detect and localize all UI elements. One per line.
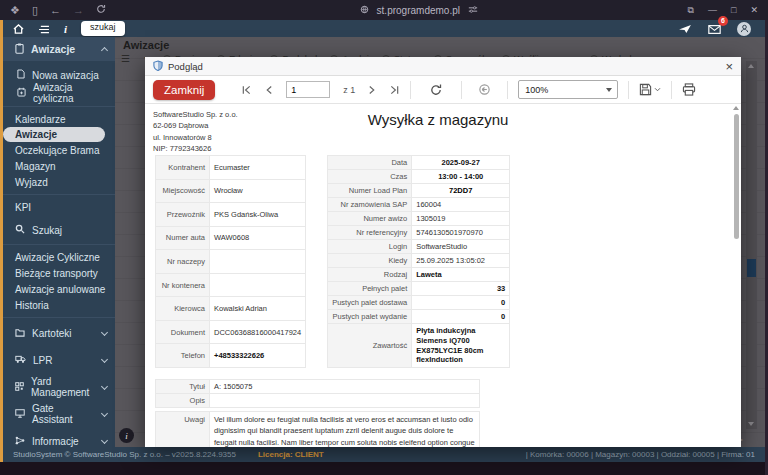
chevron-down-icon: [654, 87, 661, 92]
sidebar-divider: [3, 244, 115, 245]
search-button[interactable]: szukaj: [81, 21, 125, 36]
url-text[interactable]: st.programdemo.pl: [377, 5, 460, 16]
sidebar-item-yard-management[interactable]: Yard Management: [3, 376, 115, 398]
document-title: Wysyłka z magazynu: [153, 111, 723, 128]
document-preview: SoftwareStudio Sp. z o.o. 62-069 Dąbrowa…: [145, 104, 741, 447]
sidebar-item-magazyn[interactable]: Magazyn: [3, 158, 115, 174]
refresh-icon[interactable]: [429, 83, 443, 97]
table-row: Nr kontenera: [156, 273, 306, 297]
monitor-icon: [15, 409, 25, 420]
sidebar-item-kpi[interactable]: KPI: [3, 199, 115, 215]
page-number-input[interactable]: [286, 81, 330, 98]
sidebar-item-lpr[interactable]: LPR: [3, 349, 115, 371]
split-view-icon[interactable]: ⧉: [688, 5, 694, 16]
shield-icon: [153, 57, 163, 75]
scroll-down-icon[interactable]: [748, 422, 754, 426]
table-row: Nr referencyjny5746130501970970: [328, 226, 510, 240]
sidebar-item-awizacje-section[interactable]: Awizacje: [3, 37, 115, 61]
sidebar-item-gate-assistant[interactable]: Gate Assistant: [3, 403, 115, 425]
table-row: Pustych palet dostawa0: [328, 296, 510, 310]
table-row: PrzewoźnikPKS Gdańsk-Oliwa: [156, 203, 306, 227]
table-row: Numer Load Plan72DD7: [328, 184, 510, 198]
doc-scrollbar-thumb[interactable]: [734, 114, 739, 239]
minimize-icon[interactable]: —: [708, 5, 717, 15]
sidebar-item-szukaj[interactable]: Szukaj: [3, 220, 115, 240]
shipment-left-table: KontrahentEcumaster MiejscowośćWrocław P…: [155, 155, 306, 368]
network-icon: [15, 436, 25, 447]
sidebar-item-kalendarze[interactable]: Kalendarze: [3, 111, 115, 127]
sidebar-item-wyjazd[interactable]: Wyjazd: [3, 174, 115, 190]
print-icon[interactable]: [682, 83, 696, 96]
app-header: i szukaj 6: [3, 20, 765, 37]
sidebar-item-awizacje-cykliczne[interactable]: Awizacje Cykliczne: [3, 249, 115, 265]
history-icon[interactable]: [478, 83, 491, 96]
calendar-icon: [17, 87, 26, 99]
table-row: Kiedy25.09.2025 13:05:02: [328, 254, 510, 268]
prev-page-icon[interactable]: [265, 85, 273, 95]
table-row: KontrahentEcumaster: [156, 156, 306, 180]
send-icon[interactable]: [678, 20, 692, 38]
file-icon: [17, 69, 25, 81]
info-fab-button[interactable]: i: [119, 428, 134, 443]
window-accent-edge: [0, 20, 3, 462]
grid-menu-icon[interactable]: ☰: [121, 53, 130, 64]
table-row: LoginSoftwareStudio: [328, 240, 510, 254]
sidebar-divider: [3, 106, 115, 107]
table-row: KierowcaKowalski Adrian: [156, 297, 306, 321]
last-page-icon[interactable]: [389, 85, 400, 95]
page-title: Awizacje: [123, 39, 169, 51]
tune-icon[interactable]: [468, 5, 478, 16]
truck-icon: [15, 355, 26, 366]
table-row: Pełnych palet33: [328, 282, 510, 296]
forward-icon[interactable]: →: [73, 5, 84, 16]
sidebar-item-awizacje-anulowane[interactable]: Awizacje anulowane: [3, 281, 115, 297]
mail-icon[interactable]: 6: [708, 20, 721, 38]
first-page-icon[interactable]: [241, 85, 252, 95]
sidebar-item-awizacja-cykliczna[interactable]: Awizacja cykliczna: [3, 84, 115, 102]
back-icon[interactable]: ←: [50, 5, 61, 16]
menu-list-icon[interactable]: [38, 20, 50, 38]
chevron-down-icon: [101, 328, 108, 335]
table-row: MiejscowośćWrocław: [156, 179, 306, 203]
table-row: ZawartośćPłyta indukcyjna Siemens iQ700 …: [328, 324, 510, 368]
search-icon: [15, 224, 25, 236]
zoom-select[interactable]: 100%: [518, 80, 618, 99]
modal-close-icon[interactable]: ×: [725, 60, 733, 73]
sidebar-item-informacje[interactable]: Informacje: [3, 430, 115, 447]
home-icon[interactable]: [13, 20, 24, 38]
chevron-down-icon: [101, 409, 108, 416]
sidebar-item-historia[interactable]: Historia: [3, 297, 115, 313]
site-info-icon[interactable]: [360, 5, 369, 16]
modal-header: Podgląd ×: [145, 57, 741, 76]
doc-scroll-up-icon[interactable]: [733, 106, 739, 110]
save-icon[interactable]: [639, 83, 661, 96]
uwagi-table: UwagiVel illum dolore eu feugiat nulla f…: [155, 411, 480, 447]
scroll-up-icon[interactable]: [748, 64, 754, 68]
table-row: Numer autaWAW0608: [156, 226, 306, 250]
user-avatar[interactable]: [737, 22, 751, 36]
chevron-down-icon: [101, 436, 108, 443]
preview-modal: Podgląd × Zamknij z 1: [145, 57, 741, 447]
sidebar-item-awizacje-active[interactable]: Awizacje: [3, 127, 105, 142]
mail-badge: 6: [718, 16, 728, 26]
close-window-icon[interactable]: ✕: [750, 5, 758, 15]
browser-app-icon[interactable]: ❖: [10, 5, 20, 16]
zamknij-button[interactable]: Zamknij: [153, 80, 215, 100]
sidebar-item-kartoteki[interactable]: Kartoteki: [3, 322, 115, 344]
sidebar-toggle-icon[interactable]: ▯: [32, 5, 38, 16]
table-row: Telefon+48533322626: [156, 344, 306, 368]
app-window: ❖ ▯ ← → st.programdemo.pl ⧉ — □ ✕: [0, 0, 768, 475]
table-row: Pustych palet wydanie0: [328, 310, 510, 324]
sidebar-item-oczekujace-brama[interactable]: Oczekujące Brama: [3, 142, 115, 158]
modal-title: Podgląd: [168, 61, 203, 72]
table-row: UwagiVel illum dolore eu feugiat nulla f…: [156, 412, 480, 448]
table-row: RodzajLaweta: [328, 268, 510, 282]
reload-icon[interactable]: [96, 4, 106, 16]
info-icon[interactable]: i: [64, 23, 67, 35]
maximize-icon[interactable]: □: [731, 5, 736, 15]
sidebar-divider: [3, 317, 115, 318]
next-page-icon[interactable]: [368, 85, 376, 95]
grid-scrollbar[interactable]: [746, 61, 757, 429]
grid-scrollbar-thumb[interactable]: [747, 259, 756, 277]
sidebar-item-biezace-transporty[interactable]: Bieżące transporty: [3, 265, 115, 281]
